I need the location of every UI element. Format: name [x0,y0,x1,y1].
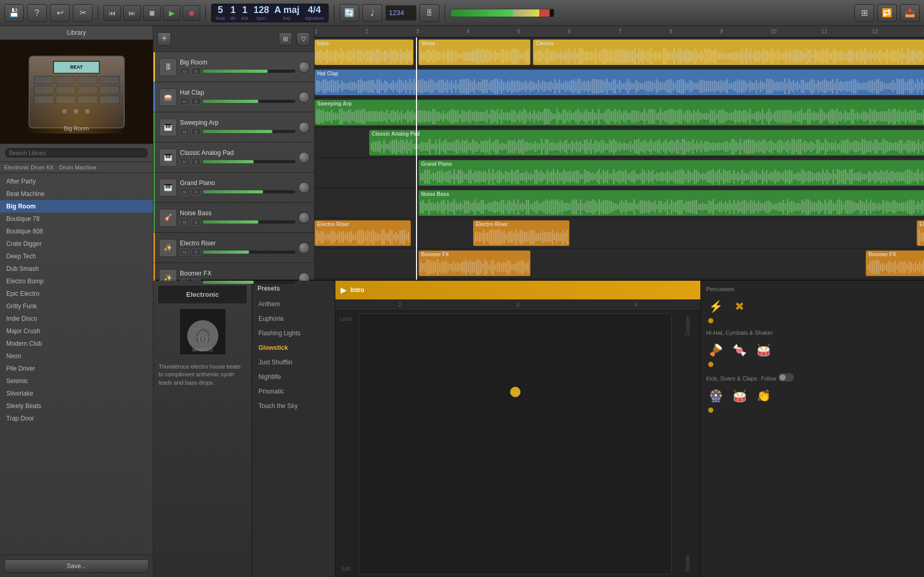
track-fader[interactable] [203,70,295,73]
library-item[interactable]: Major Crush [0,325,153,337]
track-solo-button[interactable]: S [191,158,201,165]
library-item[interactable]: Dub Smash [0,263,153,275]
library-item[interactable]: Big Room [0,200,153,213]
track-volume-knob[interactable] [298,61,310,73]
stop-button[interactable]: ⏹ [143,5,161,21]
library-item[interactable]: Modern Club [0,337,153,350]
preset-item[interactable]: Touch the Sky [252,399,335,413]
beat-dot[interactable] [510,387,520,397]
track-header-top: + ⊞ ▽ [153,26,314,52]
track-info: Classic Analog Pad M S [180,149,295,165]
track-fader[interactable] [203,281,295,284]
save-button[interactable]: Save... [4,559,149,573]
track-mute-button[interactable]: M [180,68,189,75]
preset-item[interactable]: Nightlife [252,370,335,384]
track-clip[interactable]: Electro Riser [917,220,924,246]
preset-item[interactable]: Prismatic [252,384,335,399]
track-fader[interactable] [203,251,295,254]
track-volume-knob[interactable] [298,182,310,193]
track-fader[interactable] [203,100,295,103]
preset-item[interactable]: Glowstick [252,340,335,355]
library-item[interactable]: Epic Electro [0,287,153,300]
track-clip[interactable]: Electro Riser [473,220,569,246]
track-volume-knob[interactable] [298,242,310,254]
library-item[interactable]: Trap Door [0,412,153,425]
instrument-section-title: Hi-Hat, Cymbals & Shaker [706,330,919,336]
track-solo-button[interactable]: S [191,98,201,105]
save-button[interactable]: 💾 [4,4,24,22]
library-item[interactable]: Seismic [0,375,153,387]
track-solo-button[interactable]: S [191,128,201,135]
search-input[interactable] [4,147,149,159]
track-clip[interactable]: Grand Piano [419,160,924,186]
preset-item[interactable]: Flashing Lights [252,326,335,340]
library-item[interactable]: Gritty Funk [0,300,153,312]
track-clip[interactable]: Hat Clap [315,70,924,95]
track-clip[interactable]: Noise Bass [419,190,924,216]
rewind-button[interactable]: ⏮ [103,5,121,21]
tracks-options-button[interactable]: ⊞ [279,32,292,46]
track-solo-button[interactable]: S [191,68,201,75]
media-browser-button[interactable]: 📤 [900,4,920,22]
library-item[interactable]: Boutique 78 [0,213,153,225]
track-mute-button[interactable]: M [180,98,189,105]
help-button[interactable]: ? [27,4,47,22]
track-clip[interactable]: Boomer FX [866,251,924,276]
breadcrumb: Electronic Drum Kit › Drum Machine › [0,162,153,173]
play-button[interactable]: ▶ [163,5,180,21]
track-fader[interactable] [203,130,295,133]
master-button[interactable]: 🎚 [420,4,439,22]
preset-item[interactable]: Euphoria [252,311,335,326]
track-volume-knob[interactable] [298,152,310,163]
cut-button[interactable]: ✂ [73,4,93,22]
loop-browser-button[interactable]: 🔁 [877,4,897,22]
track-mute-button[interactable]: M [180,128,189,135]
track-clip[interactable]: Classic Analog Pad [369,130,924,155]
track-clip[interactable]: Chorus [533,40,924,65]
library-item[interactable]: Electro Bump [0,275,153,287]
record-button[interactable]: ⏺ [183,5,200,21]
preset-item[interactable]: Just Shufflin [252,355,335,370]
library-item[interactable]: Neon [0,350,153,362]
library-item[interactable]: Pile Driver [0,362,153,375]
track-solo-button[interactable]: S [191,218,201,226]
track-controls: M S [180,98,295,105]
track-clip[interactable]: Sweeping Arp [315,100,924,125]
library-item[interactable]: Steely Beats [0,400,153,412]
add-track-button[interactable]: + [158,32,171,46]
track-fader[interactable] [203,220,295,224]
timeline-ruler: 123456789101112131415 [315,26,924,37]
library-item[interactable]: Indie Disco [0,312,153,325]
bottom-section: Electronic 🎧 MAGNUS Thunderous electro h… [153,281,924,577]
track-volume-knob[interactable] [298,122,310,133]
track-mute-button[interactable]: M [180,248,189,256]
track-clip[interactable]: Intro [315,40,413,65]
view-toggle-button[interactable]: ⊞ [854,4,874,22]
fastforward-button[interactable]: ⏭ [123,5,141,21]
tracks-filter-button[interactable]: ▽ [296,32,310,46]
cycle-button[interactable]: 🔄 [340,4,359,22]
track-volume-knob[interactable] [298,91,310,103]
library-item[interactable]: Boutique 808 [0,225,153,238]
track-solo-button[interactable]: S [191,188,201,195]
track-clip[interactable]: Verse [419,40,530,65]
undo-button[interactable]: ↩ [50,4,70,22]
track-name: Boomer FX [180,270,295,277]
track-solo-button[interactable]: S [191,248,201,256]
tracks-timeline[interactable]: IntroVerseChorusHat ClapSweeping ArpClas… [315,37,924,280]
track-fader[interactable] [203,160,295,163]
library-item[interactable]: Beat Machine [0,188,153,200]
library-item[interactable]: Silverlake [0,387,153,400]
track-fader[interactable] [203,190,295,193]
preset-item[interactable]: Anthem [252,297,335,311]
track-volume-knob[interactable] [298,212,310,224]
track-mute-button[interactable]: M [180,158,189,165]
track-mute-button[interactable]: M [180,218,189,226]
library-item[interactable]: Crate Digger [0,238,153,250]
library-item[interactable]: Deep Tech [0,250,153,263]
track-mute-button[interactable]: M [180,188,189,195]
track-clip[interactable]: Boomer FX [419,251,530,276]
library-item[interactable]: After Party [0,175,153,188]
track-clip[interactable]: Electro Riser [315,220,411,246]
metronome-button[interactable]: ♩ [362,4,382,22]
